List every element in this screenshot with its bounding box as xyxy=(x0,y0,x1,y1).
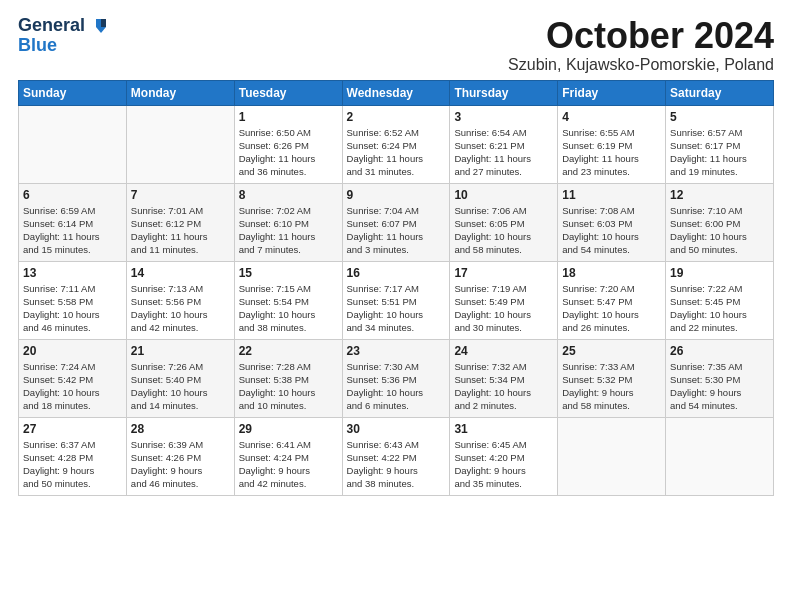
calendar-table: Sunday Monday Tuesday Wednesday Thursday… xyxy=(18,80,774,496)
day-number: 15 xyxy=(239,266,338,280)
calendar-cell: 20Sunrise: 7:24 AM Sunset: 5:42 PM Dayli… xyxy=(19,339,127,417)
day-number: 7 xyxy=(131,188,230,202)
day-info: Sunrise: 6:52 AM Sunset: 6:24 PM Dayligh… xyxy=(347,126,446,179)
day-number: 17 xyxy=(454,266,553,280)
day-number: 6 xyxy=(23,188,122,202)
calendar-cell: 31Sunrise: 6:45 AM Sunset: 4:20 PM Dayli… xyxy=(450,417,558,495)
day-number: 11 xyxy=(562,188,661,202)
calendar-cell: 16Sunrise: 7:17 AM Sunset: 5:51 PM Dayli… xyxy=(342,261,450,339)
day-info: Sunrise: 6:45 AM Sunset: 4:20 PM Dayligh… xyxy=(454,438,553,491)
day-info: Sunrise: 7:22 AM Sunset: 5:45 PM Dayligh… xyxy=(670,282,769,335)
day-number: 10 xyxy=(454,188,553,202)
calendar-cell xyxy=(558,417,666,495)
day-info: Sunrise: 6:39 AM Sunset: 4:26 PM Dayligh… xyxy=(131,438,230,491)
day-info: Sunrise: 6:50 AM Sunset: 6:26 PM Dayligh… xyxy=(239,126,338,179)
col-monday: Monday xyxy=(126,80,234,105)
calendar-body: 1Sunrise: 6:50 AM Sunset: 6:26 PM Daylig… xyxy=(19,105,774,495)
day-info: Sunrise: 7:30 AM Sunset: 5:36 PM Dayligh… xyxy=(347,360,446,413)
day-number: 18 xyxy=(562,266,661,280)
day-info: Sunrise: 6:59 AM Sunset: 6:14 PM Dayligh… xyxy=(23,204,122,257)
day-info: Sunrise: 7:10 AM Sunset: 6:00 PM Dayligh… xyxy=(670,204,769,257)
day-number: 27 xyxy=(23,422,122,436)
col-sunday: Sunday xyxy=(19,80,127,105)
day-info: Sunrise: 7:19 AM Sunset: 5:49 PM Dayligh… xyxy=(454,282,553,335)
day-info: Sunrise: 7:15 AM Sunset: 5:54 PM Dayligh… xyxy=(239,282,338,335)
day-info: Sunrise: 7:20 AM Sunset: 5:47 PM Dayligh… xyxy=(562,282,661,335)
calendar-cell: 18Sunrise: 7:20 AM Sunset: 5:47 PM Dayli… xyxy=(558,261,666,339)
month-title: October 2024 xyxy=(508,16,774,56)
calendar-week-3: 13Sunrise: 7:11 AM Sunset: 5:58 PM Dayli… xyxy=(19,261,774,339)
col-tuesday: Tuesday xyxy=(234,80,342,105)
calendar-cell: 30Sunrise: 6:43 AM Sunset: 4:22 PM Dayli… xyxy=(342,417,450,495)
day-number: 1 xyxy=(239,110,338,124)
calendar-cell: 14Sunrise: 7:13 AM Sunset: 5:56 PM Dayli… xyxy=(126,261,234,339)
calendar-cell: 3Sunrise: 6:54 AM Sunset: 6:21 PM Daylig… xyxy=(450,105,558,183)
day-info: Sunrise: 7:02 AM Sunset: 6:10 PM Dayligh… xyxy=(239,204,338,257)
day-number: 8 xyxy=(239,188,338,202)
day-info: Sunrise: 7:35 AM Sunset: 5:30 PM Dayligh… xyxy=(670,360,769,413)
day-number: 26 xyxy=(670,344,769,358)
day-number: 28 xyxy=(131,422,230,436)
svg-marker-1 xyxy=(101,19,106,27)
calendar-week-5: 27Sunrise: 6:37 AM Sunset: 4:28 PM Dayli… xyxy=(19,417,774,495)
day-info: Sunrise: 7:33 AM Sunset: 5:32 PM Dayligh… xyxy=(562,360,661,413)
calendar-cell: 15Sunrise: 7:15 AM Sunset: 5:54 PM Dayli… xyxy=(234,261,342,339)
day-info: Sunrise: 7:32 AM Sunset: 5:34 PM Dayligh… xyxy=(454,360,553,413)
day-number: 25 xyxy=(562,344,661,358)
calendar-cell xyxy=(126,105,234,183)
calendar-week-2: 6Sunrise: 6:59 AM Sunset: 6:14 PM Daylig… xyxy=(19,183,774,261)
calendar-cell: 29Sunrise: 6:41 AM Sunset: 4:24 PM Dayli… xyxy=(234,417,342,495)
calendar-cell: 26Sunrise: 7:35 AM Sunset: 5:30 PM Dayli… xyxy=(666,339,774,417)
day-info: Sunrise: 6:43 AM Sunset: 4:22 PM Dayligh… xyxy=(347,438,446,491)
day-info: Sunrise: 7:17 AM Sunset: 5:51 PM Dayligh… xyxy=(347,282,446,335)
calendar-cell: 2Sunrise: 6:52 AM Sunset: 6:24 PM Daylig… xyxy=(342,105,450,183)
day-number: 23 xyxy=(347,344,446,358)
calendar-cell xyxy=(19,105,127,183)
day-number: 19 xyxy=(670,266,769,280)
day-number: 14 xyxy=(131,266,230,280)
calendar-cell: 22Sunrise: 7:28 AM Sunset: 5:38 PM Dayli… xyxy=(234,339,342,417)
calendar-cell: 4Sunrise: 6:55 AM Sunset: 6:19 PM Daylig… xyxy=(558,105,666,183)
header: General Blue October 2024 Szubin, Kujaws… xyxy=(18,16,774,74)
header-row: Sunday Monday Tuesday Wednesday Thursday… xyxy=(19,80,774,105)
calendar-cell: 21Sunrise: 7:26 AM Sunset: 5:40 PM Dayli… xyxy=(126,339,234,417)
day-info: Sunrise: 7:13 AM Sunset: 5:56 PM Dayligh… xyxy=(131,282,230,335)
calendar-cell: 8Sunrise: 7:02 AM Sunset: 6:10 PM Daylig… xyxy=(234,183,342,261)
col-wednesday: Wednesday xyxy=(342,80,450,105)
day-number: 21 xyxy=(131,344,230,358)
calendar-cell: 24Sunrise: 7:32 AM Sunset: 5:34 PM Dayli… xyxy=(450,339,558,417)
col-saturday: Saturday xyxy=(666,80,774,105)
calendar-cell: 27Sunrise: 6:37 AM Sunset: 4:28 PM Dayli… xyxy=(19,417,127,495)
day-info: Sunrise: 6:37 AM Sunset: 4:28 PM Dayligh… xyxy=(23,438,122,491)
calendar-week-1: 1Sunrise: 6:50 AM Sunset: 6:26 PM Daylig… xyxy=(19,105,774,183)
calendar-cell: 1Sunrise: 6:50 AM Sunset: 6:26 PM Daylig… xyxy=(234,105,342,183)
day-info: Sunrise: 7:24 AM Sunset: 5:42 PM Dayligh… xyxy=(23,360,122,413)
calendar-cell: 25Sunrise: 7:33 AM Sunset: 5:32 PM Dayli… xyxy=(558,339,666,417)
day-number: 3 xyxy=(454,110,553,124)
day-info: Sunrise: 7:08 AM Sunset: 6:03 PM Dayligh… xyxy=(562,204,661,257)
calendar-cell: 7Sunrise: 7:01 AM Sunset: 6:12 PM Daylig… xyxy=(126,183,234,261)
calendar-cell: 12Sunrise: 7:10 AM Sunset: 6:00 PM Dayli… xyxy=(666,183,774,261)
calendar-week-4: 20Sunrise: 7:24 AM Sunset: 5:42 PM Dayli… xyxy=(19,339,774,417)
day-info: Sunrise: 6:54 AM Sunset: 6:21 PM Dayligh… xyxy=(454,126,553,179)
calendar-cell: 11Sunrise: 7:08 AM Sunset: 6:03 PM Dayli… xyxy=(558,183,666,261)
calendar-cell: 28Sunrise: 6:39 AM Sunset: 4:26 PM Dayli… xyxy=(126,417,234,495)
page: General Blue October 2024 Szubin, Kujaws… xyxy=(0,0,792,508)
day-number: 9 xyxy=(347,188,446,202)
calendar-cell: 23Sunrise: 7:30 AM Sunset: 5:36 PM Dayli… xyxy=(342,339,450,417)
day-number: 13 xyxy=(23,266,122,280)
day-number: 31 xyxy=(454,422,553,436)
day-number: 20 xyxy=(23,344,122,358)
day-info: Sunrise: 6:41 AM Sunset: 4:24 PM Dayligh… xyxy=(239,438,338,491)
col-friday: Friday xyxy=(558,80,666,105)
col-thursday: Thursday xyxy=(450,80,558,105)
day-info: Sunrise: 7:04 AM Sunset: 6:07 PM Dayligh… xyxy=(347,204,446,257)
day-info: Sunrise: 7:06 AM Sunset: 6:05 PM Dayligh… xyxy=(454,204,553,257)
day-number: 30 xyxy=(347,422,446,436)
day-info: Sunrise: 7:01 AM Sunset: 6:12 PM Dayligh… xyxy=(131,204,230,257)
day-number: 5 xyxy=(670,110,769,124)
calendar-cell: 19Sunrise: 7:22 AM Sunset: 5:45 PM Dayli… xyxy=(666,261,774,339)
calendar-cell: 17Sunrise: 7:19 AM Sunset: 5:49 PM Dayli… xyxy=(450,261,558,339)
calendar-cell: 6Sunrise: 6:59 AM Sunset: 6:14 PM Daylig… xyxy=(19,183,127,261)
day-info: Sunrise: 7:26 AM Sunset: 5:40 PM Dayligh… xyxy=(131,360,230,413)
